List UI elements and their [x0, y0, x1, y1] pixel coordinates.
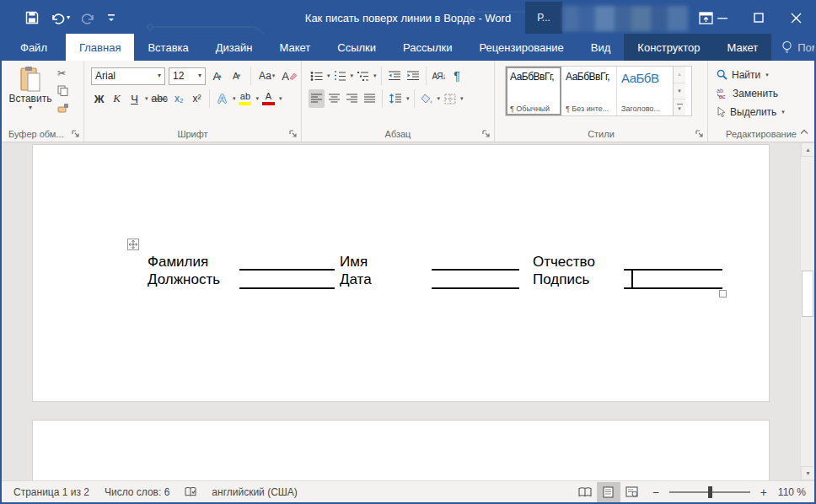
zoom-slider[interactable] — [669, 491, 750, 493]
format-painter-button[interactable] — [57, 102, 69, 113]
save-button[interactable] — [25, 11, 39, 24]
font-name-combo[interactable]: Arial ▾ — [91, 67, 165, 85]
table-cell-blank-line[interactable] — [432, 287, 519, 289]
language-indicator[interactable]: английский (США) — [204, 486, 304, 498]
tell-me-assistant[interactable]: Помощн — [771, 34, 816, 61]
strikethrough-button[interactable]: abc — [150, 89, 169, 108]
collapse-ribbon-button[interactable] — [799, 128, 809, 137]
select-dropdown-arrow[interactable]: ▾ — [781, 109, 785, 115]
undo-button[interactable]: ▾ — [51, 12, 70, 24]
tab-table-layout[interactable]: Макет — [713, 34, 771, 61]
multilevel-list-button[interactable] — [355, 67, 371, 85]
styles-scroll-down-button[interactable]: ▾ — [674, 83, 685, 100]
multilevel-dropdown-arrow[interactable]: ▾ — [373, 72, 377, 79]
qat-customize-button[interactable] — [107, 13, 115, 23]
line-spacing-dropdown-arrow[interactable]: ▾ — [406, 95, 410, 102]
styles-more-button[interactable]: ▾ — [674, 99, 685, 115]
table-cell-blank-line[interactable] — [432, 269, 519, 271]
justify-button[interactable] — [362, 89, 378, 108]
web-layout-button[interactable] — [620, 482, 644, 502]
find-dropdown-arrow[interactable]: ▾ — [765, 72, 769, 78]
align-center-button[interactable] — [326, 89, 342, 108]
subscript-button[interactable]: x₂ — [171, 89, 187, 108]
scroll-up-button[interactable]: ▴ — [801, 142, 814, 157]
align-right-button[interactable] — [344, 89, 360, 108]
bold-button[interactable]: Ж — [91, 89, 107, 108]
shading-button[interactable] — [419, 89, 435, 108]
tab-review[interactable]: Рецензирование — [465, 34, 577, 61]
change-case-button[interactable]: Аа▾ — [257, 67, 276, 85]
table-cell-label[interactable]: Должность — [148, 271, 220, 288]
decrease-indent-button[interactable] — [386, 67, 403, 85]
font-size-combo[interactable]: 12 ▾ — [169, 67, 206, 85]
bullets-button[interactable] — [309, 67, 325, 85]
text-effects-button[interactable]: А — [214, 89, 230, 108]
redo-button[interactable] — [82, 12, 95, 24]
table-cell-blank-line[interactable] — [239, 269, 335, 271]
font-name-dropdown-arrow[interactable]: ▾ — [158, 72, 161, 79]
style-item-heading1[interactable]: АаБбВ Заголово... — [617, 67, 673, 115]
table-cell-blank-line[interactable] — [624, 287, 722, 289]
italic-button[interactable]: К — [109, 89, 125, 108]
tab-mailings[interactable]: Рассылки — [389, 34, 465, 61]
select-button[interactable]: Выделить ▾ — [717, 105, 785, 119]
borders-button[interactable] — [442, 89, 458, 108]
shading-dropdown-arrow[interactable]: ▾ — [438, 95, 441, 102]
clipboard-dialog-launcher[interactable] — [72, 130, 80, 138]
highlight-button[interactable]: ab — [237, 89, 253, 108]
styles-dialog-launcher[interactable] — [695, 130, 704, 138]
tab-design[interactable]: Дизайн — [202, 34, 266, 61]
underline-dropdown-arrow[interactable]: ▾ — [145, 95, 148, 102]
font-size-dropdown-arrow[interactable]: ▾ — [198, 72, 201, 79]
bullets-dropdown-arrow[interactable]: ▾ — [327, 72, 330, 79]
font-color-button[interactable]: А — [260, 89, 276, 108]
table-cell-blank-line[interactable] — [624, 269, 722, 271]
page-2[interactable] — [32, 420, 770, 480]
close-button[interactable] — [781, 2, 810, 34]
undo-dropdown-arrow[interactable]: ▾ — [67, 14, 70, 21]
word-count[interactable]: Число слов: 6 — [97, 486, 177, 498]
tab-home[interactable]: Главная — [66, 34, 134, 61]
replace-button[interactable]: abac Заменить — [717, 86, 785, 100]
tab-layout[interactable]: Макет — [266, 34, 324, 61]
numbering-button[interactable] — [332, 67, 348, 85]
text-effects-dropdown-arrow[interactable]: ▾ — [233, 95, 236, 102]
copy-button[interactable] — [57, 85, 68, 96]
clear-formatting-button[interactable]: А — [280, 67, 299, 85]
font-dialog-launcher[interactable] — [289, 130, 298, 138]
cut-button[interactable]: ✂ — [57, 67, 69, 79]
zoom-out-button[interactable]: − — [649, 485, 663, 499]
table-resize-handle[interactable] — [719, 290, 727, 298]
maximize-button[interactable] — [744, 2, 773, 34]
align-left-button[interactable] — [309, 89, 325, 108]
read-mode-button[interactable] — [573, 482, 597, 502]
zoom-in-button[interactable]: + — [757, 485, 770, 499]
tab-references[interactable]: Ссылки — [324, 34, 389, 61]
tab-file[interactable]: Файл — [2, 34, 66, 61]
scroll-down-button[interactable]: ▾ — [801, 466, 814, 480]
borders-dropdown-arrow[interactable]: ▾ — [460, 95, 464, 102]
grow-font-button[interactable]: А▴ — [209, 67, 225, 85]
paste-button[interactable]: Вставить ▾ — [8, 66, 52, 130]
paste-dropdown-arrow[interactable]: ▾ — [29, 105, 32, 111]
table-cell-blank-line[interactable] — [239, 287, 335, 289]
vertical-scrollbar[interactable]: ▴ ▾ — [800, 142, 814, 480]
style-item-normal[interactable]: АаБбВвГг, ¶ Обычный — [506, 67, 561, 115]
line-spacing-button[interactable] — [387, 89, 404, 108]
table-cell-label[interactable]: Подпись — [533, 271, 589, 288]
tab-table-design[interactable]: Конструктор — [624, 34, 713, 61]
numbering-dropdown-arrow[interactable]: ▾ — [351, 72, 354, 79]
table-move-handle[interactable] — [127, 239, 139, 250]
paragraph-dialog-launcher[interactable] — [482, 130, 491, 138]
scrollbar-thumb[interactable] — [802, 271, 813, 317]
shrink-font-button[interactable]: А▾ — [228, 67, 244, 85]
page-1[interactable] — [32, 144, 770, 402]
minimize-button[interactable] — [708, 2, 737, 34]
sort-button[interactable]: АЯ↓ — [431, 67, 448, 85]
increase-indent-button[interactable] — [405, 67, 421, 85]
print-layout-button[interactable] — [597, 482, 620, 502]
zoom-slider-thumb[interactable] — [708, 486, 712, 498]
underline-button[interactable]: Ч — [126, 89, 142, 108]
zoom-percentage[interactable]: 110 % — [776, 486, 814, 498]
superscript-button[interactable]: x² — [189, 89, 205, 108]
